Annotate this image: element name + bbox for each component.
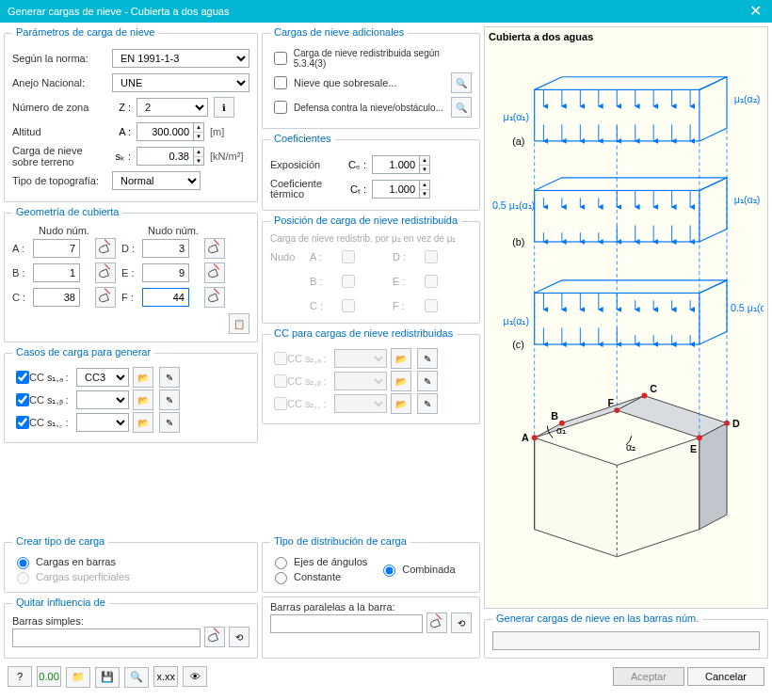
geom-B-pick[interactable] [95, 262, 116, 283]
topo-select[interactable]: Normal [112, 171, 201, 190]
addl-redist-chk[interactable] [274, 52, 287, 65]
geom-F-input[interactable] [142, 288, 189, 307]
cc-b-sel[interactable] [76, 390, 129, 409]
ctype-surf-lbl: Cargas superficiales [36, 571, 130, 582]
terrain-unit: [kN/m²] [210, 151, 243, 162]
geom-A-input[interactable] [33, 239, 80, 258]
svg-text:A: A [522, 432, 529, 443]
cc-b-edit-icon[interactable]: ✎ [159, 390, 180, 410]
dist-axes-radio[interactable] [275, 557, 287, 569]
coef-exp-lbl: Exposición [270, 159, 332, 170]
remove-parallel-input[interactable] [270, 614, 423, 633]
topo-label: Tipo de topografía: [12, 175, 106, 186]
ctype-bars-radio[interactable] [17, 557, 29, 569]
close-icon[interactable]: ✕ [746, 0, 764, 23]
cc2-b-sel [334, 372, 387, 390]
geom-D-pick[interactable] [204, 238, 225, 259]
addl-legend: Cargas de nieve adicionales [270, 26, 408, 40]
addl-guard-chk[interactable] [274, 101, 287, 114]
pos-A-chk [342, 250, 355, 263]
geom-C-pick[interactable] [95, 287, 116, 308]
pos-legend: Posición de carga de nieve redistribuida [270, 215, 461, 228]
coef-exp-spin[interactable]: ▲▼ [419, 155, 430, 174]
prec-icon[interactable]: x.xx [153, 666, 178, 687]
cc2-a-lbl: CC s₂,ₐ : [287, 353, 330, 365]
annex-select[interactable]: UNE [112, 73, 249, 92]
save-icon[interactable]: 💾 [95, 667, 120, 688]
svg-text:μ₁(α₂): μ₁(α₂) [734, 194, 760, 205]
pos-D-chk [425, 250, 438, 263]
dist-comb-radio[interactable] [383, 565, 395, 577]
geom-D-lbl: D : [121, 243, 137, 254]
coef-th-spin[interactable]: ▲▼ [419, 180, 430, 199]
addl-overhang-chk[interactable] [274, 76, 287, 89]
pos-B-chk [342, 275, 355, 288]
pos-F-lbl: F : [393, 300, 415, 311]
pos-A-lbl: A : [310, 251, 332, 262]
svg-point-80 [697, 435, 702, 440]
cc-c-open-icon[interactable]: 📂 [133, 412, 153, 433]
cc-b-chk[interactable] [16, 393, 29, 406]
dist-comb-lbl: Combinada [402, 564, 455, 575]
svg-text:0.5 μ₁(α₁): 0.5 μ₁(α₁) [492, 199, 535, 211]
dist-const-radio[interactable] [275, 572, 287, 584]
geom-D-input[interactable] [142, 239, 189, 258]
help-icon[interactable]: ? [8, 666, 32, 687]
cc-a-edit-icon[interactable]: ✎ [159, 367, 180, 388]
geom-E-input[interactable] [142, 263, 189, 282]
coef-th-input[interactable] [372, 180, 419, 199]
units-icon[interactable]: 0.00 [37, 666, 61, 687]
geom-F-pick[interactable] [204, 287, 225, 308]
pos-sub: Carga de nieve redistrib. por μ₂ en vez … [270, 233, 472, 244]
remove-parallel-pick-icon[interactable] [426, 612, 447, 633]
cc-a-lbl: CC s₁,ₐ : [29, 372, 72, 384]
view-icon[interactable]: 👁 [183, 666, 207, 687]
remove-simple-lbl: Barras simples: [12, 615, 249, 627]
cc-c-edit-icon[interactable]: ✎ [159, 412, 180, 433]
cc-c-chk[interactable] [16, 416, 29, 429]
cc-c-sel[interactable] [76, 413, 129, 432]
coef-exp-input[interactable] [372, 155, 419, 174]
cc-a-sel[interactable]: CC3 [76, 368, 129, 387]
remove-simple-input[interactable] [12, 628, 201, 647]
geom-B-input[interactable] [33, 263, 80, 282]
norm-select[interactable]: EN 1991-1-3 [112, 49, 249, 68]
cc-b-open-icon[interactable]: 📂 [133, 390, 153, 410]
geom-apply-icon[interactable]: 📋 [229, 313, 249, 334]
alt-spin[interactable]: ▲▼ [193, 122, 204, 141]
cc2-b-open-icon: 📂 [391, 371, 411, 391]
addl-overhang-icon[interactable]: 🔍 [451, 72, 472, 93]
cc-a-open-icon[interactable]: 📂 [133, 367, 153, 388]
open-icon[interactable]: 📁 [66, 667, 90, 688]
cancel-button[interactable]: Cancelar [687, 667, 764, 686]
geom-E-pick[interactable] [204, 262, 225, 283]
pos-D-lbl: D : [393, 251, 415, 262]
node-hdr-2: Nudo núm. [121, 225, 225, 236]
remove-parallel-clear-icon[interactable]: ⟲ [451, 612, 472, 633]
cc-legend: Casos de carga para generar [12, 346, 154, 359]
zone-select[interactable]: 2 [137, 98, 208, 117]
ok-button[interactable]: Aceptar [613, 667, 684, 686]
pos-E-lbl: E : [393, 276, 415, 287]
terrain-spin[interactable]: ▲▼ [193, 147, 204, 166]
remove-simple-pick-icon[interactable] [204, 627, 225, 647]
svg-point-72 [532, 435, 538, 440]
alt-input[interactable] [137, 122, 193, 141]
cc2-b-edit-icon: ✎ [417, 371, 438, 391]
pos-E-chk [425, 275, 438, 288]
svg-text:μ₁(α₂): μ₁(α₂) [734, 93, 760, 104]
addl-guard-icon[interactable]: 🔍 [451, 97, 472, 118]
cc2-c-chk [274, 397, 287, 410]
terrain-input[interactable] [137, 147, 193, 166]
coef-th-lbl: Coeficiente térmico [270, 179, 332, 199]
params-group: Parámetros de carga de nieve Según la no… [4, 26, 258, 202]
cc-a-chk[interactable] [16, 371, 29, 384]
geom-C-input[interactable] [33, 288, 80, 307]
pos-B-lbl: B : [310, 276, 332, 287]
addl-overhang-lbl: Nieve que sobresale... [294, 77, 396, 88]
geom-A-pick[interactable] [95, 238, 116, 259]
remove-simple-clear-icon[interactable]: ⟲ [229, 627, 249, 647]
zone-info-icon[interactable]: ℹ [214, 97, 234, 118]
svg-text:C: C [650, 383, 657, 394]
zoom-icon[interactable]: 🔍 [124, 667, 149, 688]
